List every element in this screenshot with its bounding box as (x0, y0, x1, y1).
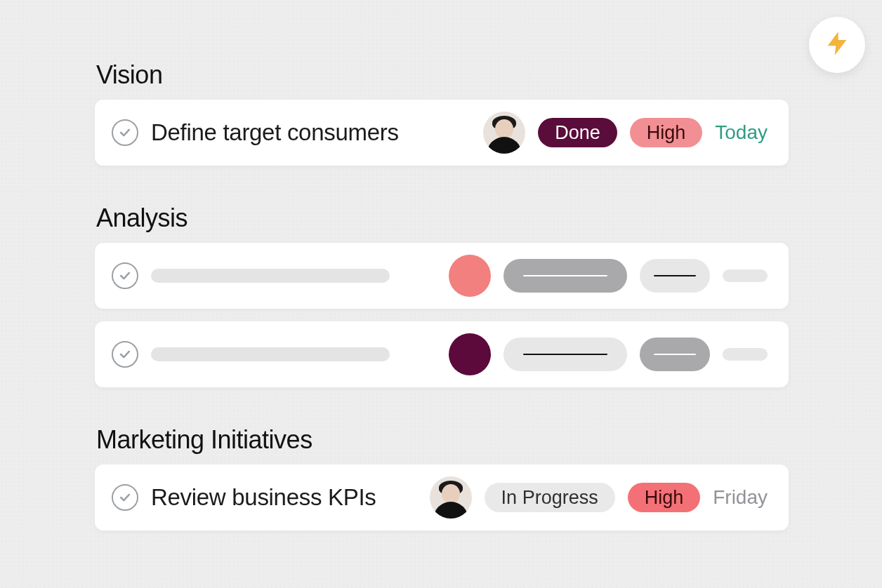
priority-badge[interactable]: High (628, 483, 701, 512)
due-date: Friday (713, 486, 768, 509)
placeholder-date (723, 348, 768, 361)
placeholder-line (523, 354, 607, 356)
complete-toggle[interactable] (112, 341, 138, 368)
priority-badge[interactable]: High (630, 118, 703, 147)
status-badge[interactable]: In Progress (485, 483, 615, 512)
section-vision: Vision Define target consumers Done High… (95, 60, 789, 166)
check-icon (118, 347, 132, 361)
placeholder-line (654, 354, 696, 356)
task-row[interactable]: Review business KPIs In Progress High Fr… (95, 465, 789, 530)
task-row-skeleton[interactable] (95, 243, 789, 309)
section-analysis: Analysis (95, 203, 789, 387)
section-title: Marketing Initiatives (96, 425, 789, 455)
placeholder-status (503, 259, 627, 293)
placeholder-status (503, 338, 627, 371)
task-title: Review business KPIs (151, 484, 417, 511)
section-title: Analysis (96, 203, 789, 233)
section-marketing-initiatives: Marketing Initiatives Review business KP… (95, 425, 789, 530)
placeholder-priority (640, 338, 710, 371)
lightning-icon (823, 29, 851, 60)
task-row-skeleton[interactable] (95, 321, 789, 387)
placeholder-date (723, 269, 768, 282)
task-title: Define target consumers (151, 119, 470, 146)
placeholder-line (523, 275, 607, 277)
status-badge[interactable]: Done (538, 118, 617, 147)
check-icon (118, 269, 132, 283)
complete-toggle[interactable] (112, 119, 138, 146)
assignee-avatar[interactable] (483, 112, 525, 154)
due-date: Today (715, 121, 768, 144)
complete-toggle[interactable] (112, 262, 138, 289)
check-icon (118, 126, 132, 140)
task-board: Vision Define target consumers Done High… (95, 60, 789, 530)
task-row[interactable]: Define target consumers Done High Today (95, 100, 789, 166)
placeholder-avatar (449, 333, 491, 375)
placeholder-title (151, 347, 390, 361)
placeholder-avatar (449, 255, 491, 297)
automation-fab[interactable] (809, 17, 865, 73)
section-title: Vision (96, 60, 789, 90)
assignee-avatar[interactable] (430, 476, 472, 519)
placeholder-title (151, 269, 390, 283)
complete-toggle[interactable] (112, 484, 138, 511)
placeholder-priority (640, 259, 710, 293)
placeholder-line (654, 275, 696, 277)
check-icon (118, 490, 132, 505)
